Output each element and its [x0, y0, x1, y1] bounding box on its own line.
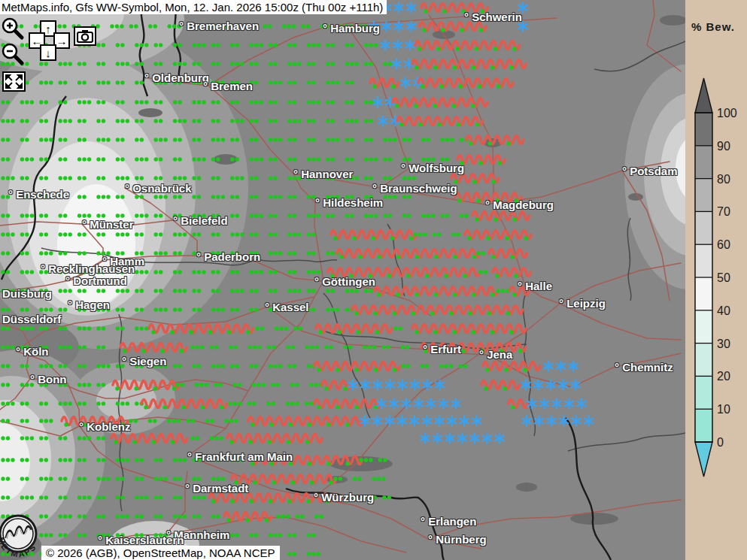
legend-title: % Bew.	[691, 20, 735, 33]
fullscreen-arrows-icon	[5, 74, 23, 89]
legend-tick-label: 20	[717, 370, 730, 383]
cloud-cover-legend: % Bew. 1009080706050403020100	[685, 0, 747, 560]
legend-tick-label: 10	[717, 403, 730, 416]
pan-up-arrow-icon: ↑	[45, 23, 51, 35]
map-title: MetMaps.info, Gfs WW-Symbol, Mon, 12. Ja…	[0, 0, 387, 14]
pan-down-arrow-icon: ↓	[45, 47, 51, 59]
metmaps-app: ° Schwerin° Bremerhaven° Hamburg° Oldenb…	[0, 0, 747, 560]
pan-right-arrow-icon: →	[56, 35, 68, 47]
camera-icon	[77, 30, 93, 43]
legend-tick-label: 40	[717, 304, 730, 317]
legend-scale: 1009080706050403020100	[685, 0, 747, 560]
attribution-links[interactable]: © 2026 (AGB), OpenStreetMap, NOAA NCEP	[41, 546, 280, 560]
pan-down-button[interactable]: ↓	[40, 44, 56, 61]
legend-tick-label: 100	[717, 107, 737, 120]
zoom-in-button[interactable]	[2, 17, 26, 41]
legend-tick-label: 80	[717, 173, 730, 186]
map-controls: ↑ ← → ↓	[0, 14, 105, 96]
legend-tick-label: 60	[717, 238, 730, 251]
fullscreen-button[interactable]	[2, 71, 26, 92]
legend-tick-label: 90	[717, 140, 730, 153]
legend-tick-label: 70	[717, 205, 730, 218]
legend-tick-label: 0	[717, 436, 724, 449]
zoom-out-button[interactable]	[2, 42, 26, 66]
legend-tick-label: 30	[717, 338, 730, 350]
legend-tick-label: 50	[717, 271, 730, 284]
screenshot-button[interactable]	[74, 26, 96, 46]
